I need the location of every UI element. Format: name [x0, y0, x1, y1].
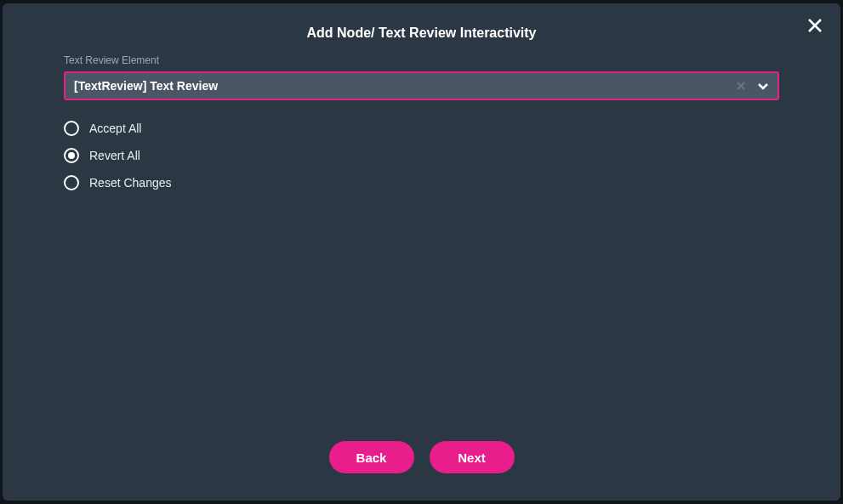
radio-option-reset-changes[interactable]: Reset Changes [64, 175, 779, 190]
select-clear-button[interactable] [732, 76, 750, 95]
radio-option-accept-all[interactable]: Accept All [64, 121, 779, 136]
radio-icon [64, 121, 79, 136]
radio-group: Accept All Revert All Reset Changes [64, 121, 779, 190]
next-button[interactable]: Next [430, 441, 515, 473]
radio-label: Accept All [89, 122, 141, 135]
select-dropdown-button[interactable] [750, 73, 776, 99]
dialog-container: Add Node/ Text Review Interactivity Text… [3, 3, 840, 501]
x-icon [737, 82, 745, 90]
radio-label: Reset Changes [89, 176, 172, 190]
text-review-select[interactable]: [TextReview] Text Review [64, 71, 779, 100]
dialog-footer: Back Next [3, 441, 840, 501]
select-value: [TextReview] Text Review [66, 79, 732, 93]
radio-icon [64, 175, 79, 190]
radio-label: Revert All [89, 149, 140, 162]
dialog-title: Add Node/ Text Review Interactivity [3, 3, 840, 54]
close-button[interactable] [805, 15, 825, 36]
close-icon [807, 18, 823, 33]
radio-option-revert-all[interactable]: Revert All [64, 148, 779, 163]
radio-icon [64, 148, 79, 163]
back-button[interactable]: Back [329, 441, 414, 473]
radio-dot-icon [68, 152, 75, 159]
dialog-content: Text Review Element [TextReview] Text Re… [3, 54, 840, 441]
field-label: Text Review Element [64, 54, 779, 66]
chevron-down-icon [757, 82, 769, 90]
